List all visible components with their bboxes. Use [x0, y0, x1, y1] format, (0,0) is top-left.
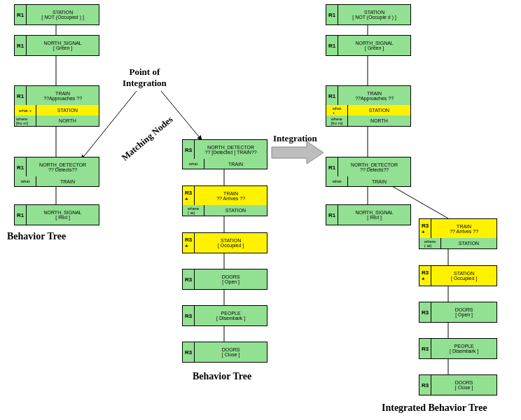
r-b4: R3DOORS[ Open ]: [419, 302, 497, 323]
r-b6: R3DOORS[ Close ]: [419, 374, 497, 396]
m-n3: R3 +STATION[ Occupied ]: [182, 232, 268, 253]
r-b3: R3 +STATION[ Occupied ]: [419, 265, 497, 286]
r-n3: R1TRAIN??Approaches ??: [326, 85, 411, 106]
l-s3b: where [fro m]NORTH: [14, 115, 99, 127]
l-n1: R1STATION[ NOT (Occupied ) ]: [14, 4, 99, 25]
l-n3: R1TRAIN??Approaches ??: [14, 85, 99, 106]
r-s3a: what +STATION: [326, 105, 411, 116]
title-mid: Behavior Tree: [193, 371, 251, 382]
r-n2: R1NORTH_SIGNAL[ Green ]: [326, 35, 411, 56]
r-n5: R1NORTH_SIGNAL[ Red ]: [326, 204, 411, 225]
r-bs2: where ( at)STATION: [419, 238, 497, 249]
m-n6: R3DOORS[ Close ]: [182, 342, 268, 363]
r-s3b: where [fro m]NORTH: [326, 115, 411, 127]
m-n5: R3PEOPLE[ Disembark ]: [182, 305, 268, 326]
l-n1-tag: R1: [15, 5, 27, 24]
l-s4: whatTRAIN: [14, 176, 99, 187]
label-integ: Integration: [273, 133, 317, 144]
m-s2: where ( at)STATION: [182, 205, 268, 216]
r-s4: whatTRAIN: [326, 176, 411, 187]
l-s3a: what +STATION: [14, 105, 99, 116]
l-n2: R1NORTH_SIGNAL[ Green ]: [14, 35, 99, 56]
r-n4: R1NORTH_DETECTOR?? Detects??: [326, 157, 411, 178]
m-n4: R3DOORS[ Open ]: [182, 269, 268, 290]
l-n5: R1NORTH_SIGNAL[ Red ]: [14, 204, 99, 225]
l-n4: R1NORTH_DETECTOR?? Detects??: [14, 157, 99, 178]
title-left: Behavior Tree: [7, 231, 66, 242]
m-s1: whatTRAIN: [182, 159, 268, 169]
label-point: Point of Integration: [123, 66, 167, 89]
l-n1-box: STATION[ NOT (Occupied ) ]: [27, 5, 99, 24]
m-n1: R3NORTH_DETECTOR?? [Detected ] TRAIN??: [182, 139, 268, 160]
r-b5: R3PEOPLE[ Disembark ]: [419, 338, 497, 359]
r-b2: R3 +TRAIN?? Arrives ??: [419, 218, 497, 239]
m-n2: R3 +TRAIN?? Arrives ??: [182, 186, 268, 206]
r-n1: R1STATION[ NOT (Occupie d ) ]: [326, 4, 411, 25]
title-right: Integrated Behavior Tree: [382, 402, 487, 414]
label-match: Matching Nodes: [119, 114, 175, 164]
